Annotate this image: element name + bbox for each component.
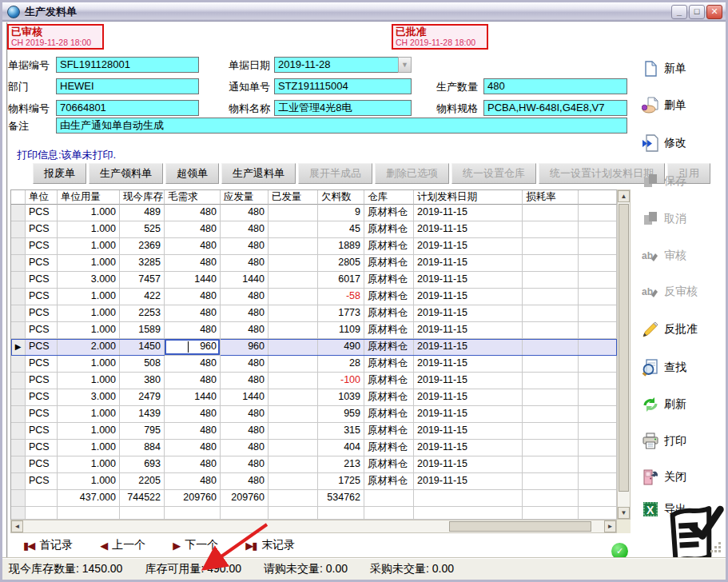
table-cell[interactable]: 2019-11-15 — [414, 272, 523, 289]
table-cell[interactable] — [269, 221, 318, 238]
table-cell[interactable]: -100 — [318, 373, 364, 389]
grid-header-cell[interactable]: 毛需求 — [165, 190, 221, 205]
table-cell[interactable]: 28 — [318, 356, 364, 373]
table-cell[interactable]: 480 — [165, 305, 221, 322]
table-cell[interactable]: 525 — [120, 221, 165, 238]
row-indicator[interactable] — [11, 389, 26, 406]
row-indicator[interactable] — [11, 238, 26, 255]
row-indicator[interactable] — [11, 473, 26, 490]
table-cell[interactable] — [26, 490, 58, 507]
table-cell[interactable]: 2019-11-15 — [414, 255, 523, 272]
table-cell[interactable] — [523, 238, 579, 255]
table-row[interactable]: PCS3.0007457144014406017原材料仓2019-11-15 — [11, 272, 617, 289]
item-name-field[interactable]: 工业管理4光8电 — [274, 100, 412, 116]
table-cell[interactable]: 1440 — [165, 389, 221, 406]
table-cell[interactable]: 508 — [120, 356, 165, 373]
table-cell[interactable]: PCS — [26, 272, 58, 289]
table-cell[interactable] — [579, 339, 617, 356]
grid-header-cell[interactable]: 单位用量 — [58, 190, 120, 205]
table-cell[interactable] — [269, 507, 318, 520]
table-cell[interactable]: PCS — [26, 373, 58, 389]
table-cell[interactable]: 480 — [221, 238, 269, 255]
table-cell[interactable]: 原材料仓 — [364, 456, 414, 473]
table-row[interactable]: ▶PCS2.0001450960960490原材料仓2019-11-15 — [11, 339, 617, 356]
table-cell[interactable]: 原材料仓 — [364, 205, 414, 221]
table-cell[interactable]: 480 — [165, 221, 221, 238]
vertical-scroll-thumb[interactable] — [619, 204, 629, 492]
table-cell[interactable]: PCS — [26, 423, 58, 440]
table-cell[interactable]: 480 — [221, 205, 269, 221]
table-cell[interactable]: 2479 — [120, 389, 165, 406]
table-cell[interactable]: PCS — [26, 322, 58, 339]
table-cell[interactable]: 480 — [165, 205, 221, 221]
table-cell[interactable] — [269, 305, 318, 322]
table-cell[interactable] — [579, 490, 617, 507]
table-cell[interactable]: 1109 — [318, 322, 364, 339]
table-cell[interactable]: 480 — [221, 322, 269, 339]
table-cell[interactable] — [579, 238, 617, 255]
nav-next-record-button[interactable]: ▶下一个 — [173, 538, 218, 552]
table-cell[interactable]: 480 — [221, 305, 269, 322]
table-cell[interactable]: 422 — [120, 289, 165, 305]
table-cell[interactable]: 1.000 — [58, 205, 120, 221]
grid-header-cell[interactable]: 现今库存 — [120, 190, 165, 205]
table-cell[interactable]: 2369 — [120, 238, 165, 255]
table-cell[interactable]: 884 — [120, 440, 165, 456]
table-cell[interactable] — [221, 507, 269, 520]
table-cell[interactable]: 315 — [318, 423, 364, 440]
table-cell[interactable]: PCS — [26, 289, 58, 305]
nav-previous-record-button[interactable]: ◀上一个 — [100, 538, 145, 552]
table-cell[interactable]: PCS — [26, 339, 58, 356]
grid-header-cell[interactable]: 已发量 — [269, 190, 318, 205]
table-cell[interactable]: 2019-11-15 — [414, 423, 523, 440]
table-cell[interactable] — [579, 289, 617, 305]
table-cell[interactable] — [26, 507, 58, 520]
table-cell[interactable]: 795 — [120, 423, 165, 440]
table-cell[interactable] — [414, 507, 523, 520]
table-cell[interactable]: 1889 — [318, 238, 364, 255]
vertical-scrollbar[interactable]: ▲ ▼ — [617, 189, 631, 520]
table-cell[interactable]: 480 — [165, 289, 221, 305]
grid-header-cell[interactable]: 损耗率 — [523, 190, 579, 205]
table-cell[interactable]: PCS — [26, 440, 58, 456]
table-cell[interactable]: 2805 — [318, 255, 364, 272]
table-cell[interactable]: 1.000 — [58, 255, 120, 272]
row-indicator[interactable] — [11, 205, 26, 221]
table-cell[interactable]: 480 — [165, 473, 221, 490]
table-cell[interactable]: 480 — [221, 356, 269, 373]
table-cell[interactable]: 1.000 — [58, 456, 120, 473]
table-empty-row[interactable] — [11, 507, 617, 520]
table-cell[interactable]: PCS — [26, 456, 58, 473]
table-cell[interactable]: PCS — [26, 406, 58, 423]
table-cell[interactable] — [523, 356, 579, 373]
table-cell[interactable] — [120, 507, 165, 520]
toolbar-button[interactable]: 报废单 — [33, 163, 86, 184]
table-cell[interactable] — [523, 305, 579, 322]
table-cell[interactable]: 3.000 — [58, 272, 120, 289]
row-indicator[interactable] — [11, 356, 26, 373]
table-cell[interactable] — [523, 423, 579, 440]
table-cell[interactable] — [269, 473, 318, 490]
table-cell[interactable] — [579, 373, 617, 389]
table-row[interactable]: PCS1.00052548048045原材料仓2019-11-15 — [11, 221, 617, 238]
table-cell[interactable] — [269, 423, 318, 440]
table-cell[interactable] — [523, 440, 579, 456]
table-cell[interactable] — [414, 490, 523, 507]
dept-field[interactable]: HEWEI — [56, 78, 199, 94]
table-cell[interactable]: 1773 — [318, 305, 364, 322]
table-cell[interactable]: 480 — [221, 406, 269, 423]
grid-header-cell[interactable]: 欠料数 — [318, 190, 364, 205]
table-cell[interactable] — [579, 272, 617, 289]
table-cell[interactable]: PCS — [26, 221, 58, 238]
table-cell[interactable]: 1039 — [318, 389, 364, 406]
table-cell[interactable]: 1.000 — [58, 423, 120, 440]
table-cell[interactable]: PCS — [26, 255, 58, 272]
row-indicator[interactable] — [11, 221, 26, 238]
table-cell[interactable]: 1589 — [120, 322, 165, 339]
table-row[interactable]: PCS1.0001439480480959原材料仓2019-11-15 — [11, 406, 617, 423]
table-cell[interactable] — [269, 339, 318, 356]
table-cell[interactable]: 1.000 — [58, 238, 120, 255]
table-cell[interactable]: 原材料仓 — [364, 373, 414, 389]
table-row[interactable]: PCS1.000422480480-58原材料仓2019-11-15 — [11, 289, 617, 305]
table-cell[interactable] — [523, 473, 579, 490]
